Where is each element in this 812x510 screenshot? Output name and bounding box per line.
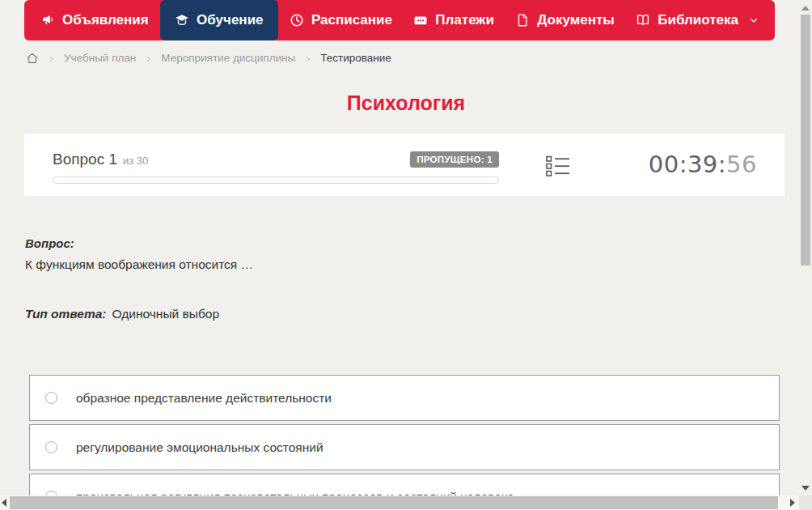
breadcrumb: › Учебный план › Мероприятие дисциплины … bbox=[26, 51, 391, 65]
vertical-scrollbar-thumb[interactable] bbox=[801, 15, 810, 266]
question-list-icon[interactable] bbox=[546, 155, 570, 196]
breadcrumb-separator: › bbox=[49, 51, 53, 65]
radio-icon[interactable] bbox=[45, 441, 57, 453]
quiz-progress-bar bbox=[53, 176, 499, 184]
answer-option-2[interactable]: регулирование эмоциональных состояний bbox=[29, 424, 780, 470]
quiz-progress-block: Вопрос 1из 30 ПРОПУЩЕНО: 1 bbox=[53, 150, 499, 196]
answer-option-1[interactable]: образное представление действительности bbox=[29, 375, 780, 421]
radio-icon[interactable] bbox=[45, 392, 57, 404]
question-number: Вопрос 1 bbox=[53, 151, 117, 168]
breadcrumb-item-testing: Тестирование bbox=[320, 52, 391, 64]
graduation-cap-icon bbox=[175, 13, 189, 28]
answer-option-label: образное представление действительности bbox=[76, 391, 332, 406]
breadcrumb-separator: › bbox=[306, 51, 310, 65]
nav-item-label: Документы bbox=[537, 12, 615, 28]
nav-item-learning[interactable]: Обучение bbox=[160, 0, 277, 40]
answer-type-label: Тип ответа: bbox=[25, 307, 107, 321]
megaphone-icon bbox=[40, 13, 55, 28]
nav-item-documents[interactable]: Документы bbox=[505, 0, 624, 40]
nav-item-announcements[interactable]: Объявления bbox=[31, 0, 159, 40]
nav-item-label: Объявления bbox=[62, 12, 149, 28]
timer: 00:39:56 bbox=[649, 151, 770, 196]
horizontal-scrollbar-thumb[interactable] bbox=[10, 496, 778, 509]
answer-type-line: Тип ответа: Одиночный выбор bbox=[25, 307, 219, 321]
clock-icon bbox=[290, 13, 304, 28]
timer-seconds: 56 bbox=[726, 151, 757, 178]
skipped-badge: ПРОПУЩЕНО: 1 bbox=[410, 151, 499, 168]
main-navbar: Объявления Обучение Расписание Платежи Д… bbox=[24, 0, 775, 40]
nav-item-schedule[interactable]: Расписание bbox=[280, 0, 402, 40]
scroll-right-arrow-icon[interactable] bbox=[790, 499, 795, 507]
breadcrumb-item-discipline-event[interactable]: Мероприятие дисциплины bbox=[161, 52, 295, 64]
nav-item-label: Обучение bbox=[197, 12, 263, 28]
nav-item-library[interactable]: Библиотека bbox=[626, 0, 768, 40]
nav-item-payments[interactable]: Платежи bbox=[404, 0, 504, 40]
answer-options: образное представление действительности … bbox=[29, 375, 780, 510]
scroll-left-arrow-icon[interactable] bbox=[2, 499, 6, 507]
nav-item-label: Библиотека bbox=[658, 12, 738, 28]
scroll-up-arrow-icon[interactable] bbox=[801, 6, 810, 11]
vertical-scrollbar[interactable] bbox=[801, 0, 810, 495]
scroll-down-arrow-icon[interactable] bbox=[801, 486, 810, 491]
breadcrumb-item-curriculum[interactable]: Учебный план bbox=[64, 52, 136, 64]
chevron-down-icon bbox=[749, 15, 759, 25]
nav-item-label: Расписание bbox=[311, 12, 392, 28]
question-text: К функциям воображения относится … bbox=[25, 257, 253, 272]
nav-item-label: Платежи bbox=[435, 12, 494, 28]
scrollbar-corner bbox=[799, 495, 812, 510]
credit-card-icon bbox=[413, 13, 428, 28]
answer-type-value: Одиночный выбор bbox=[112, 307, 220, 321]
question-label: Вопрос: bbox=[25, 236, 74, 250]
book-icon bbox=[636, 13, 650, 28]
answer-option-label: регулирование эмоциональных состояний bbox=[76, 440, 324, 455]
question-counter: Вопрос 1из 30 bbox=[53, 151, 148, 168]
page-title: Психология bbox=[0, 91, 812, 115]
question-total: из 30 bbox=[123, 155, 148, 167]
quiz-header-card: Вопрос 1из 30 ПРОПУЩЕНО: 1 00:39:56 bbox=[24, 134, 785, 196]
document-icon bbox=[515, 13, 530, 28]
timer-main: 00:39: bbox=[649, 151, 726, 178]
horizontal-scrollbar[interactable] bbox=[0, 495, 799, 510]
home-icon[interactable] bbox=[26, 52, 39, 65]
breadcrumb-separator: › bbox=[146, 51, 150, 65]
